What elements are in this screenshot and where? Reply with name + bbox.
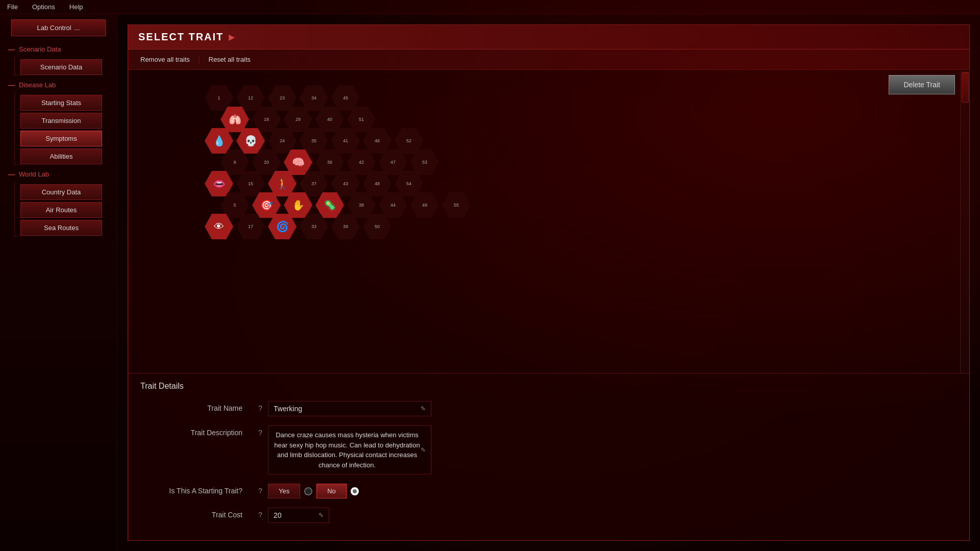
hex-number-29: 29	[296, 117, 301, 122]
toolbar: Remove all traits | Reset all traits	[128, 49, 969, 70]
sidebar-item-starting-stats[interactable]: Starting Stats	[20, 95, 102, 111]
hex-number-53: 53	[422, 160, 427, 165]
hex-number-9: 9	[233, 160, 236, 165]
hex-number-55: 55	[454, 203, 459, 208]
disease-collapse-icon[interactable]: —	[8, 81, 15, 89]
hex-number-54: 54	[406, 181, 411, 186]
sidebar: Lab Control ... — Scenario Data Scenario…	[0, 14, 117, 551]
trait-description-textarea[interactable]: Dance craze causes mass hysteria when vi…	[268, 425, 431, 474]
trait-name-label: Trait Name	[140, 401, 253, 412]
hex-grid-area: Delete Trait 112233445🫁18294051💧💀2435414…	[128, 70, 960, 373]
trait-description-edit-icon[interactable]: ✎	[421, 445, 426, 455]
hex-number-51: 51	[359, 117, 364, 122]
hex-number-43: 43	[343, 181, 348, 186]
yes-radio[interactable]	[304, 487, 312, 495]
hex-number-18: 18	[264, 117, 269, 122]
sidebar-item-air-routes[interactable]: Air Routes	[20, 202, 102, 218]
world-section-header: — World Lab	[0, 166, 117, 182]
sidebar-item-country-data[interactable]: Country Data	[20, 184, 102, 200]
sidebar-item-abilities[interactable]: Abilities	[20, 148, 102, 164]
yes-no-group: Yes No	[268, 484, 359, 498]
sidebar-item-transmission[interactable]: Transmission	[20, 113, 102, 129]
hex-number-39: 39	[343, 224, 348, 229]
disease-section-header: — Disease Lab	[0, 77, 117, 93]
sidebar-item-sea-routes[interactable]: Sea Routes	[20, 220, 102, 236]
hex-number-44: 44	[390, 203, 396, 208]
hex-number-20: 20	[264, 160, 269, 165]
main-content: SELECT TRAIT ▶ Remove all traits | Reset…	[117, 14, 980, 551]
hex-number-42: 42	[359, 160, 364, 165]
menu-help[interactable]: Help	[66, 2, 86, 12]
delete-trait-button[interactable]: Delete Trait	[889, 75, 955, 94]
trait-cost-value: 20	[274, 511, 282, 519]
world-section-label: World Lab	[19, 170, 49, 178]
lab-control-button[interactable]: Lab Control ...	[11, 19, 106, 36]
trait-description-label: Trait Description	[140, 425, 253, 437]
reset-all-traits-button[interactable]: Reset all traits	[203, 54, 257, 65]
hex-number-36: 36	[327, 160, 332, 165]
yes-button[interactable]: Yes	[268, 484, 300, 498]
hex-number-5: 5	[233, 203, 236, 208]
hex-grid: 112233445🫁18294051💧💀2435414652920🧠364247…	[164, 80, 480, 223]
scenario-nav-group: Scenario Data	[0, 59, 117, 75]
scrollbar[interactable]	[960, 70, 969, 373]
hex-number-47: 47	[390, 160, 396, 165]
trait-description-value: Dance craze causes mass hysteria when vi…	[274, 430, 421, 470]
scenario-section-label: Scenario Data	[19, 45, 61, 53]
no-radio[interactable]	[351, 487, 359, 495]
panel-header: SELECT TRAIT ▶	[128, 25, 969, 49]
starting-trait-label: Is This A Starting Trait?	[140, 484, 253, 495]
hex-number-50: 50	[375, 224, 380, 229]
trait-cost-label: Trait Cost	[140, 508, 253, 519]
remove-all-traits-button[interactable]: Remove all traits	[134, 54, 196, 65]
select-trait-panel: SELECT TRAIT ▶ Remove all traits | Reset…	[128, 24, 970, 541]
trait-name-value: Twerking	[274, 405, 302, 413]
menubar: File Options Help	[0, 0, 980, 14]
trait-details-title: Trait Details	[140, 382, 957, 391]
lab-control-label: Lab Control	[37, 24, 71, 32]
trait-cost-input[interactable]: 20 ✎	[268, 508, 329, 523]
menu-options[interactable]: Options	[29, 2, 58, 12]
hex-number-35: 35	[311, 138, 316, 143]
scenario-section-header: — Scenario Data	[0, 41, 117, 57]
trait-cost-value-area: 20 ✎	[268, 508, 957, 523]
trait-name-input[interactable]: Twerking ✎	[268, 401, 431, 416]
hex-number-17: 17	[248, 224, 253, 229]
hex-number-48: 48	[375, 181, 380, 186]
trait-cost-row: Trait Cost ? 20 ✎	[140, 508, 957, 523]
hex-number-38: 38	[359, 203, 364, 208]
trait-cost-help: ?	[253, 508, 268, 519]
hex-number-1: 1	[217, 95, 220, 101]
hex-number-12: 12	[248, 95, 253, 101]
hex-number-23: 23	[280, 95, 285, 101]
starting-trait-row: Is This A Starting Trait? ? Yes No	[140, 484, 957, 498]
trait-cost-edit-icon[interactable]: ✎	[318, 512, 324, 519]
trait-description-help: ?	[253, 425, 268, 437]
trait-name-value-area: Twerking ✎	[268, 401, 957, 416]
menu-file[interactable]: File	[4, 2, 21, 12]
hex-number-33: 33	[311, 224, 316, 229]
sidebar-item-symptoms[interactable]: Symptoms	[20, 131, 102, 146]
sidebar-item-scenario-data[interactable]: Scenario Data	[20, 59, 102, 75]
disease-section-label: Disease Lab	[19, 81, 56, 89]
hex-number-45: 45	[343, 95, 348, 101]
hex-number-46: 46	[375, 138, 380, 143]
scroll-thumb[interactable]	[962, 72, 969, 103]
content-area: Delete Trait 112233445🫁18294051💧💀2435414…	[128, 70, 969, 373]
hex-number-15: 15	[248, 181, 253, 186]
trait-description-value-area: Dance craze causes mass hysteria when vi…	[268, 425, 957, 474]
starting-trait-value-area: Yes No	[268, 484, 957, 498]
panel-title-arrow-icon: ▶	[229, 32, 235, 42]
lab-control-dots: ...	[75, 24, 80, 32]
hex-number-40: 40	[327, 117, 332, 122]
world-collapse-icon[interactable]: —	[8, 170, 15, 178]
trait-name-edit-icon[interactable]: ✎	[421, 405, 426, 412]
hex-cell-55[interactable]: 55	[442, 192, 471, 218]
no-button[interactable]: No	[316, 484, 347, 498]
scenario-collapse-icon[interactable]: —	[8, 45, 15, 53]
disease-nav-group: Starting Stats Transmission Symptoms Abi…	[0, 95, 117, 164]
toolbar-separator: |	[198, 54, 201, 65]
hex-number-37: 37	[311, 181, 316, 186]
hex-number-24: 24	[280, 138, 285, 143]
starting-trait-help: ?	[253, 484, 268, 495]
